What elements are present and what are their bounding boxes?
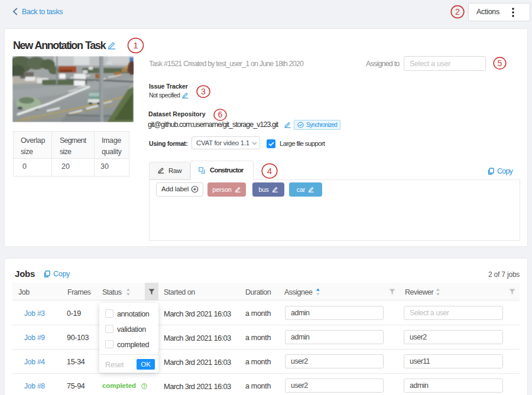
svg-text:6: 6: [218, 110, 223, 119]
svg-text:4: 4: [267, 166, 272, 176]
svg-text:2: 2: [455, 7, 460, 17]
svg-text:1: 1: [133, 40, 138, 50]
svg-text:5: 5: [498, 58, 502, 68]
svg-text:3: 3: [201, 87, 206, 96]
